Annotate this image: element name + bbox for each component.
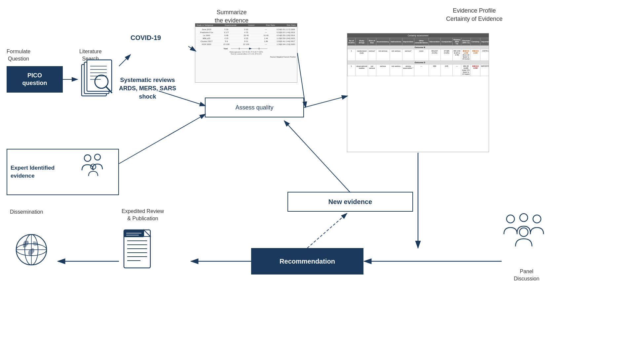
svg-point-1 xyxy=(95,154,100,160)
expert-icon xyxy=(79,152,109,180)
pico-box: PICO question xyxy=(7,66,63,93)
covid-label: COVID-19 xyxy=(131,33,161,42)
svg-point-35 xyxy=(533,215,541,223)
svg-rect-30 xyxy=(124,230,144,237)
pico-label: PICO question xyxy=(22,72,47,87)
ep-header: Certainty assessment xyxy=(347,33,489,38)
new-evidence-label: New evidence xyxy=(328,198,372,206)
new-evidence-box: New evidence xyxy=(287,192,413,212)
svg-point-36 xyxy=(519,228,528,236)
svg-point-0 xyxy=(84,155,91,161)
literature-search-icon xyxy=(78,58,117,102)
summarize-label: Summarize the evidence xyxy=(215,8,248,25)
svg-marker-23 xyxy=(144,230,150,236)
ep-title-label: Evidence Profile Certainty of Evidence xyxy=(446,7,503,23)
evidence-profile-table: Certainty assessment No of studies Study… xyxy=(347,33,489,152)
publication-icon xyxy=(119,228,155,273)
svg-marker-14 xyxy=(249,48,252,50)
forest-plot: Study or Subgroup Experimental Control R… xyxy=(195,23,297,83)
svg-point-33 xyxy=(507,215,514,223)
svg-line-47 xyxy=(284,121,350,192)
recommendation-box: Recommendation xyxy=(251,248,363,275)
svg-line-48 xyxy=(307,213,347,248)
expedited-label: Expedited Review & Publication xyxy=(122,208,164,223)
diagram: Formulate Question Literature Search Sum… xyxy=(0,0,644,338)
svg-line-44 xyxy=(119,114,206,164)
panel-discussion-icon xyxy=(502,212,545,249)
globe-icon xyxy=(13,232,50,269)
assess-box: Assess quality xyxy=(205,98,304,117)
sysrev-label: Systematic reviews ARDS, MERS, SARS shoc… xyxy=(119,76,176,101)
assess-label: Assess quality xyxy=(235,104,273,111)
svg-line-45 xyxy=(304,96,348,107)
svg-point-34 xyxy=(520,214,528,222)
recommendation-label: Recommendation xyxy=(280,258,335,265)
dissemination-label: Dissemination xyxy=(10,208,43,216)
formulate-label: Formulate Question xyxy=(7,48,30,63)
svg-line-40 xyxy=(119,55,131,66)
panel-label: Panel Discussion xyxy=(514,268,539,283)
